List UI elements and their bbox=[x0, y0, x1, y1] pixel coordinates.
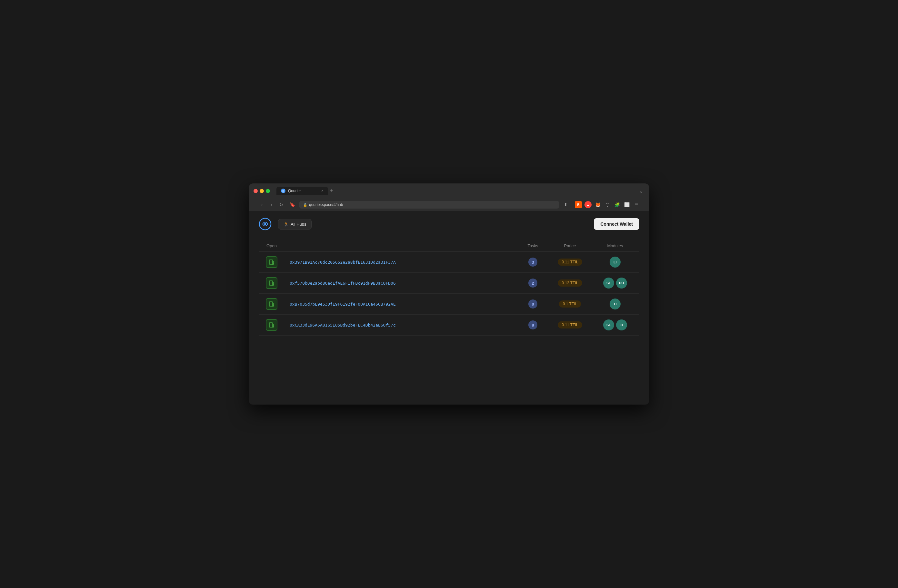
row-price: 0.11 TFIL bbox=[549, 315, 591, 336]
menu-icon[interactable]: ☰ bbox=[633, 201, 640, 208]
table-body: 0x3971B91Ac70dc205652e2a8bfE1631Dd2a31F3… bbox=[259, 252, 639, 336]
svg-rect-4 bbox=[269, 302, 272, 306]
row-modules: SLPU bbox=[591, 273, 639, 294]
row-price: 0.1 TFIL bbox=[549, 294, 591, 315]
brave-shield-icon[interactable]: B bbox=[575, 201, 582, 208]
row-modules: LI bbox=[591, 252, 639, 273]
svg-rect-5 bbox=[269, 323, 272, 327]
task-badge: 0 bbox=[528, 299, 537, 309]
logo bbox=[259, 218, 272, 230]
module-badge-ti: TI bbox=[616, 319, 627, 330]
tab-title: Qourier bbox=[288, 189, 301, 193]
row-address: 0x3971B91Ac70dc205652e2a8bfE1631Dd2a31F3… bbox=[284, 252, 517, 273]
module-badge-pu: PU bbox=[616, 278, 627, 289]
tab-close-button[interactable]: × bbox=[321, 189, 323, 193]
table-row[interactable]: 0x3971B91Ac70dc205652e2a8bfE1631Dd2a31F3… bbox=[259, 252, 639, 273]
tab-favicon: Q bbox=[281, 189, 286, 193]
forward-button[interactable]: › bbox=[268, 201, 275, 209]
reload-button[interactable]: ↻ bbox=[277, 201, 285, 209]
row-modules: TI bbox=[591, 294, 639, 315]
row-address: 0xCA33dE96A6A8165E85Bd92beFEC4Db42aE60f5… bbox=[284, 315, 517, 336]
row-modules: SLTI bbox=[591, 315, 639, 336]
task-badge: 3 bbox=[528, 258, 537, 267]
all-hubs-label: All Hubs bbox=[291, 222, 306, 227]
row-open-icon[interactable] bbox=[266, 319, 277, 331]
header-left: 🏃 All Hubs bbox=[259, 218, 312, 230]
new-tab-button[interactable]: + bbox=[330, 187, 334, 194]
col-header-address bbox=[284, 240, 517, 252]
task-badge: 8 bbox=[528, 321, 537, 330]
share-icon[interactable]: ⬆ bbox=[562, 201, 569, 208]
task-badge: 2 bbox=[528, 278, 537, 287]
module-badge-sl: SL bbox=[603, 278, 614, 289]
row-open-icon[interactable] bbox=[266, 277, 277, 289]
browser-toolbar: ‹ › ↻ 🔖 🔒 qourier.space/#/hub ⬆ B ▲ 🦊 ⬡ … bbox=[254, 198, 644, 211]
row-open-icon[interactable] bbox=[266, 256, 277, 268]
col-header-parice: Parice bbox=[549, 240, 591, 252]
table-row[interactable]: 0xCA33dE96A6A8165E85Bd92beFEC4Db42aE60f5… bbox=[259, 315, 639, 336]
extensions-icon[interactable]: 🦊 bbox=[594, 201, 601, 208]
row-tasks: 2 bbox=[517, 273, 549, 294]
svg-point-1 bbox=[264, 223, 266, 225]
module-badge-li: LI bbox=[610, 256, 621, 267]
price-badge: 0.11 TFIL bbox=[558, 258, 582, 266]
row-open-cell bbox=[259, 294, 284, 315]
app-header: 🏃 All Hubs Connect Wallet bbox=[259, 218, 639, 230]
row-tasks: 3 bbox=[517, 252, 549, 273]
row-tasks: 8 bbox=[517, 315, 549, 336]
close-window-button[interactable] bbox=[254, 189, 258, 193]
nav-buttons: ‹ › ↻ bbox=[258, 201, 285, 209]
svg-rect-3 bbox=[269, 281, 272, 285]
table-row[interactable]: 0xB7035d7bE9e53DfE9F6192feF00A1Ca46CB792… bbox=[259, 294, 639, 315]
fullscreen-window-button[interactable] bbox=[266, 189, 270, 193]
split-view-icon[interactable]: ⬜ bbox=[623, 201, 630, 208]
connect-wallet-label: Connect Wallet bbox=[600, 221, 633, 227]
all-hubs-button[interactable]: 🏃 All Hubs bbox=[278, 219, 312, 230]
price-badge: 0.1 TFIL bbox=[559, 301, 581, 307]
hub-icon: 🏃 bbox=[283, 222, 289, 227]
row-open-icon[interactable] bbox=[266, 298, 277, 310]
price-badge: 0.11 TFIL bbox=[558, 321, 582, 329]
address-bar[interactable]: 🔒 qourier.space/#/hub bbox=[299, 201, 559, 209]
app-content: 🏃 All Hubs Connect Wallet Open Tasks Par… bbox=[249, 211, 649, 405]
browser-window: Q Qourier × + ⌄ ‹ › ↻ 🔖 🔒 qourier.space/… bbox=[249, 183, 649, 405]
devtools-icon[interactable]: ⬡ bbox=[604, 201, 611, 208]
table-row[interactable]: 0xf570b0e2abd80edEfAE6F1fFBc91dF9B3aC0FD… bbox=[259, 273, 639, 294]
col-header-tasks: Tasks bbox=[517, 240, 549, 252]
lock-icon: 🔒 bbox=[303, 203, 307, 207]
tab-bar: Q Qourier × + bbox=[277, 187, 636, 195]
svg-rect-2 bbox=[269, 260, 272, 264]
row-address: 0xf570b0e2abd80edEfAE6F1fFBc91dF9B3aC0FD… bbox=[284, 273, 517, 294]
col-header-modules: Modules bbox=[591, 240, 639, 252]
row-tasks: 0 bbox=[517, 294, 549, 315]
row-open-cell bbox=[259, 315, 284, 336]
browser-chrome: Q Qourier × + ⌄ ‹ › ↻ 🔖 🔒 qourier.space/… bbox=[249, 183, 649, 211]
active-tab[interactable]: Q Qourier × bbox=[277, 187, 328, 195]
bat-rewards-icon[interactable]: ▲ bbox=[584, 201, 592, 208]
table-header: Open Tasks Parice Modules bbox=[259, 240, 639, 252]
row-price: 0.11 TFIL bbox=[549, 252, 591, 273]
hub-table: Open Tasks Parice Modules 0x3971B91Ac70d… bbox=[259, 240, 639, 336]
puzzle-icon[interactable]: 🧩 bbox=[614, 201, 621, 208]
col-header-open: Open bbox=[259, 240, 284, 252]
window-controls[interactable]: ⌄ bbox=[639, 188, 644, 194]
row-open-cell bbox=[259, 273, 284, 294]
module-badge-sl: SL bbox=[603, 319, 614, 330]
row-price: 0.12 TFIL bbox=[549, 273, 591, 294]
bookmark-button[interactable]: 🔖 bbox=[288, 201, 296, 209]
row-open-cell bbox=[259, 252, 284, 273]
back-button[interactable]: ‹ bbox=[258, 201, 266, 209]
minimize-window-button[interactable] bbox=[260, 189, 264, 193]
browser-titlebar: Q Qourier × + ⌄ bbox=[254, 187, 644, 198]
connect-wallet-button[interactable]: Connect Wallet bbox=[594, 218, 639, 230]
url-text: qourier.space/#/hub bbox=[309, 203, 343, 207]
price-badge: 0.12 TFIL bbox=[558, 279, 582, 287]
traffic-lights bbox=[254, 189, 270, 193]
module-badge-ti: TI bbox=[610, 298, 621, 310]
row-address: 0xB7035d7bE9e53DfE9F6192feF00A1Ca46CB792… bbox=[284, 294, 517, 315]
toolbar-icons: ⬆ B ▲ 🦊 ⬡ 🧩 ⬜ ☰ bbox=[562, 201, 640, 208]
